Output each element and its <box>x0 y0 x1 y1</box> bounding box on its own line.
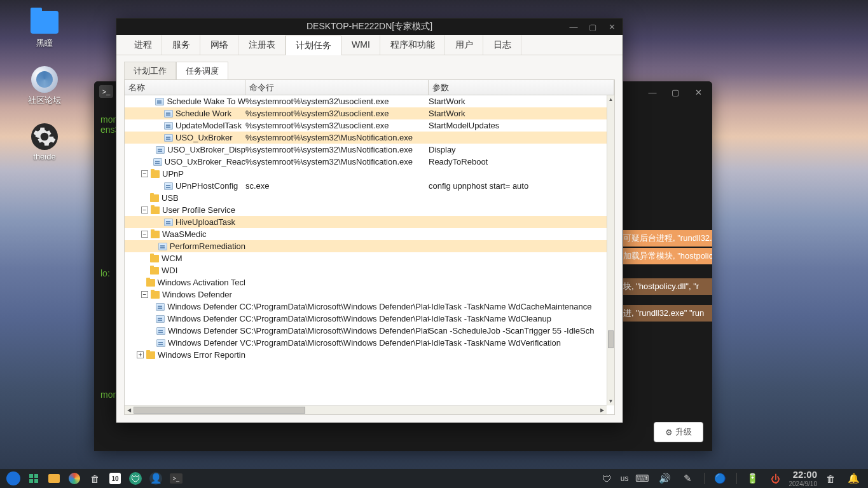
upgrade-button[interactable]: ⚙ 升级 <box>654 422 703 442</box>
tree-task-row[interactable]: UpdateModelTask%systemroot%\system32\uso… <box>125 119 607 132</box>
sub-tab[interactable]: 计划工作 <box>124 62 176 81</box>
top-tab[interactable]: WMI <box>341 35 380 55</box>
cell-name: USO_UxBroker_Disp <box>125 145 245 154</box>
scroll-down-icon[interactable]: ▼ <box>607 397 614 405</box>
top-tab[interactable]: 用户 <box>445 35 483 55</box>
tree-folder-row[interactable]: +Windows Error Reportin <box>125 349 607 361</box>
vertical-scrollbar[interactable]: ▲ ▼ <box>607 95 614 405</box>
trash-icon[interactable]: 🗑 <box>85 470 104 487</box>
window-titlebar[interactable]: DESKTOP-HE222DN[专家模式] — ▢ ✕ <box>116 18 623 35</box>
trash-tray-icon[interactable]: 🗑 <box>821 470 840 487</box>
gear-icon: ⚙ <box>665 428 673 437</box>
folder-icon <box>31 11 59 34</box>
tree-folder-row[interactable]: −WaaSMedic <box>125 228 607 240</box>
tree-task-row[interactable]: Windows Defender SC:\ProgramData\Microso… <box>125 325 607 337</box>
tree-folder-row[interactable]: USB <box>125 192 607 204</box>
tree-task-row[interactable]: Schedule Work%systemroot%\system32\usocl… <box>125 107 607 119</box>
cell-cmd: C:\ProgramData\Microsoft\Windows Defende… <box>245 302 429 311</box>
top-tab[interactable]: 计划任务 <box>286 36 341 55</box>
tree-task-row[interactable]: Windows Defender CC:\ProgramData\Microso… <box>125 313 607 325</box>
tree-task-row[interactable]: USO_UxBroker%systemroot%\system32\MusNot… <box>125 132 607 144</box>
cell-name: UPnPHostConfig <box>125 181 245 191</box>
tree-folder-row[interactable]: WDI <box>125 264 607 276</box>
keyboard-icon[interactable]: ⌨ <box>633 470 652 487</box>
files-icon[interactable] <box>45 470 64 487</box>
tree-task-row[interactable]: HiveUploadTask <box>125 216 607 228</box>
tree-task-row[interactable]: Schedule Wake To W%systemroot%\system32\… <box>125 95 607 107</box>
tree-header: 名称 命令行 参数 <box>125 80 614 95</box>
scroll-thumb[interactable] <box>608 330 614 348</box>
task-icon <box>164 110 173 118</box>
column-name[interactable]: 名称 <box>125 80 245 95</box>
top-tab[interactable]: 程序和功能 <box>380 35 445 55</box>
scroll-left-icon[interactable]: ◀ <box>125 406 134 414</box>
tree-folder-row[interactable]: WCM <box>125 252 607 264</box>
tree-folder-row[interactable]: Windows Activation Tecl <box>125 276 607 288</box>
tree-body[interactable]: Schedule Wake To W%systemroot%\system32\… <box>125 95 607 405</box>
top-tabs: 进程服务网络注册表计划任务WMI程序和功能用户日志 <box>116 35 623 55</box>
expand-toggle-icon[interactable]: + <box>137 351 144 358</box>
clock[interactable]: 22:00 2024/9/10 <box>789 470 818 487</box>
maximize-button[interactable]: ▢ <box>583 20 602 34</box>
top-tab[interactable]: 进程 <box>124 35 162 55</box>
tree-folder-row[interactable]: −UPnP <box>125 168 607 180</box>
tree-task-row[interactable]: PerformRemediation <box>125 240 607 252</box>
expand-toggle-icon[interactable]: − <box>141 231 148 238</box>
tree-task-row[interactable]: Windows Defender VC:\ProgramData\Microso… <box>125 337 607 349</box>
expand-toggle-icon[interactable]: − <box>141 207 148 214</box>
expand-toggle-icon[interactable]: − <box>141 291 148 298</box>
close-button[interactable]: ✕ <box>602 20 621 34</box>
tree-task-row[interactable]: UPnPHostConfigsc.execonfig upnphost star… <box>125 180 607 192</box>
cell-name: WDI <box>125 266 245 275</box>
tree-task-row[interactable]: Windows Defender CC:\ProgramData\Microso… <box>125 301 607 313</box>
tree-task-row[interactable]: USO_UxBroker_Disp%systemroot%\system32\M… <box>125 144 607 156</box>
power-icon[interactable]: ⏻ <box>766 470 785 487</box>
folder-icon <box>151 207 160 214</box>
shield-tray-icon[interactable]: 🛡 <box>598 470 617 487</box>
expand-toggle-icon[interactable]: − <box>141 170 148 177</box>
top-tab[interactable]: 注册表 <box>238 35 286 55</box>
row-name-text: UPnPHostConfig <box>176 181 238 191</box>
top-tab[interactable]: 网络 <box>200 35 238 55</box>
desktop-icon-forum[interactable]: 社区论坛 <box>19 67 70 106</box>
alert-line: 加载异常模块, "hostpolic <box>619 248 712 264</box>
top-tab[interactable]: 日志 <box>483 35 521 55</box>
app-icon-2[interactable]: 👤 <box>146 470 165 487</box>
tree-folder-row[interactable]: −Windows Defender <box>125 288 607 301</box>
keyboard-layout[interactable]: us <box>621 474 629 483</box>
column-cmd[interactable]: 命令行 <box>245 80 429 95</box>
sub-tab[interactable]: 任务调度 <box>176 62 228 81</box>
battery-icon[interactable]: 🔋 <box>743 470 762 487</box>
cell-name: Schedule Wake To W <box>125 97 245 106</box>
svg-rect-0 <box>29 474 33 478</box>
maximize-button[interactable]: ▢ <box>664 83 687 101</box>
cell-name: WCM <box>125 254 245 263</box>
notification-icon[interactable]: 🔔 <box>844 470 863 487</box>
tree-task-row[interactable]: USO_UxBroker_Reac%systemroot%\system32\M… <box>125 156 607 168</box>
main-app-window: DESKTOP-HE222DN[专家模式] — ▢ ✕ 进程服务网络注册表计划任… <box>116 18 623 423</box>
side-alert-panel: 可疑后台进程, "rundll32. 加载异常模块, "hostpolic 块,… <box>619 230 712 323</box>
top-tab[interactable]: 服务 <box>162 35 200 55</box>
eyedropper-icon[interactable]: ✎ <box>679 470 698 487</box>
volume-icon[interactable]: 🔊 <box>656 470 675 487</box>
horizontal-scrollbar[interactable]: ◀ ▶ <box>125 405 607 414</box>
tree-folder-row[interactable]: −User Profile Service <box>125 204 607 216</box>
scroll-thumb[interactable] <box>134 407 305 414</box>
close-button[interactable]: ✕ <box>687 83 710 101</box>
scroll-right-icon[interactable]: ▶ <box>598 406 607 414</box>
app-icon-1[interactable]: 🛡 <box>126 470 145 487</box>
calendar-icon[interactable]: 10 <box>106 470 125 487</box>
column-arg[interactable]: 参数 <box>429 80 614 95</box>
cell-cmd: %systemroot%\system32\MusNotification.ex… <box>245 145 429 154</box>
row-name-text: UpdateModelTask <box>176 121 242 130</box>
terminal-icon[interactable]: >_ <box>167 470 186 487</box>
browser-icon[interactable] <box>65 470 84 487</box>
launcher-icon[interactable] <box>6 471 20 485</box>
desktop-icon-folder[interactable]: 黑瞳 <box>19 10 70 49</box>
minimize-button[interactable]: — <box>641 83 664 101</box>
minimize-button[interactable]: — <box>564 20 583 34</box>
network-icon[interactable]: 🔵 <box>711 470 730 487</box>
scroll-up-icon[interactable]: ▲ <box>607 95 614 104</box>
desktop-icon-theide[interactable]: theide <box>19 124 70 161</box>
taskswitcher-icon[interactable] <box>24 470 43 487</box>
